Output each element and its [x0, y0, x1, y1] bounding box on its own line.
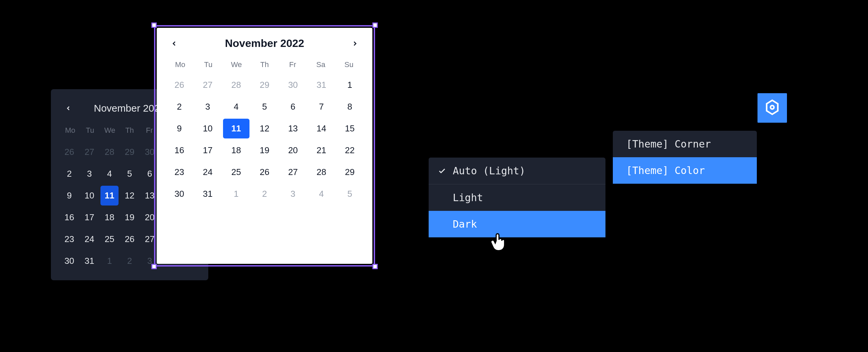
day-cell[interactable]: 27 — [280, 162, 306, 182]
day-cell[interactable]: 2 — [166, 97, 192, 117]
day-cell[interactable]: 18 — [100, 207, 119, 227]
day-cell[interactable]: 2 — [251, 184, 278, 204]
day-of-week-header: We — [100, 123, 120, 138]
day-cell[interactable]: 17 — [194, 141, 221, 160]
day-of-week-header: Tu — [80, 123, 100, 138]
day-cell[interactable]: 15 — [337, 119, 363, 139]
day-cell[interactable]: 14 — [308, 119, 335, 139]
day-cell[interactable]: 1 — [223, 184, 249, 204]
day-cell[interactable]: 6 — [280, 97, 306, 117]
day-cell[interactable]: 8 — [337, 97, 363, 117]
day-cell[interactable]: 16 — [60, 207, 79, 227]
day-cell[interactable]: 26 — [166, 75, 192, 95]
day-of-week-header: Su — [335, 58, 363, 72]
day-cell[interactable]: 28 — [223, 75, 249, 95]
menu-item-label: Light — [453, 192, 483, 204]
day-cell[interactable]: 11 — [100, 186, 119, 205]
day-cell[interactable]: 7 — [308, 97, 335, 117]
day-cell[interactable]: 23 — [60, 229, 79, 249]
day-cell[interactable]: 26 — [60, 142, 79, 162]
day-cell[interactable]: 2 — [60, 164, 79, 184]
day-cell[interactable]: 27 — [194, 75, 221, 95]
theme-mode-option[interactable]: Auto (Light) — [429, 157, 606, 184]
check-icon — [438, 167, 446, 175]
svg-point-1 — [771, 106, 774, 109]
menu-item-label: [Theme] Corner — [626, 138, 711, 150]
selection-handle-bl[interactable] — [151, 264, 157, 269]
day-cell[interactable]: 9 — [60, 186, 79, 205]
day-cell[interactable]: 18 — [223, 141, 249, 160]
day-cell[interactable]: 1 — [100, 251, 119, 271]
selection-handle-tr[interactable] — [372, 23, 378, 28]
day-cell[interactable]: 24 — [81, 229, 98, 249]
day-cell[interactable]: 12 — [121, 186, 138, 205]
hexagon-icon — [764, 99, 781, 117]
day-cell[interactable]: 3 — [81, 164, 98, 184]
day-cell[interactable]: 23 — [166, 162, 192, 182]
theme-mode-menu: Auto (Light)LightDark — [429, 157, 606, 237]
day-cell[interactable]: 29 — [337, 162, 363, 182]
calendar-light: November 2022 MoTuWeThFrSaSu 26272829303… — [157, 28, 372, 264]
day-cell[interactable]: 22 — [337, 141, 363, 160]
day-cell[interactable]: 25 — [223, 162, 249, 182]
selection-handle-tl[interactable] — [151, 23, 157, 28]
day-cell[interactable]: 19 — [121, 207, 138, 227]
day-cell[interactable]: 13 — [280, 119, 306, 139]
day-cell[interactable]: 11 — [223, 119, 249, 139]
day-of-week-header: Fr — [279, 58, 307, 72]
day-cell[interactable]: 29 — [251, 75, 278, 95]
variant-button[interactable] — [757, 93, 787, 123]
day-cell[interactable]: 5 — [251, 97, 278, 117]
day-cell[interactable]: 28 — [308, 162, 335, 182]
day-cell[interactable]: 2 — [121, 251, 138, 271]
theme-property-menu: [Theme] Corner[Theme] Color — [613, 131, 757, 184]
day-cell[interactable]: 9 — [166, 119, 192, 139]
day-cell[interactable]: 4 — [223, 97, 249, 117]
day-cell[interactable]: 21 — [308, 141, 335, 160]
day-cell[interactable]: 4 — [308, 184, 335, 204]
day-cell[interactable]: 31 — [81, 251, 98, 271]
day-cell[interactable]: 16 — [166, 141, 192, 160]
prev-month-button[interactable] — [169, 38, 180, 49]
day-of-week-header: We — [222, 58, 250, 72]
day-cell[interactable]: 5 — [337, 184, 363, 204]
day-of-week-header: Mo — [60, 123, 80, 138]
day-cell[interactable]: 29 — [121, 142, 138, 162]
prev-month-button[interactable] — [63, 103, 74, 114]
day-cell[interactable]: 26 — [121, 229, 138, 249]
day-cell[interactable]: 24 — [194, 162, 221, 182]
day-cell[interactable]: 30 — [60, 251, 79, 271]
day-cell[interactable]: 26 — [251, 162, 278, 182]
next-month-button[interactable] — [350, 38, 360, 49]
day-cell[interactable]: 3 — [280, 184, 306, 204]
day-cell[interactable]: 25 — [100, 229, 119, 249]
day-cell[interactable]: 31 — [194, 184, 221, 204]
theme-mode-option[interactable]: Light — [429, 184, 606, 211]
day-cell[interactable]: 1 — [337, 75, 363, 95]
theme-mode-option[interactable]: Dark — [429, 211, 606, 237]
day-cell[interactable]: 30 — [280, 75, 306, 95]
day-of-week-header: Tu — [194, 58, 222, 72]
day-cell[interactable]: 12 — [251, 119, 278, 139]
day-cell[interactable]: 4 — [100, 164, 119, 184]
svg-marker-0 — [767, 100, 778, 114]
day-cell[interactable]: 30 — [166, 184, 192, 204]
day-cell[interactable]: 5 — [121, 164, 138, 184]
day-of-week-header: Mo — [166, 58, 194, 72]
day-cell[interactable]: 17 — [81, 207, 98, 227]
day-cell[interactable]: 31 — [308, 75, 335, 95]
theme-property-option[interactable]: [Theme] Color — [613, 157, 757, 184]
calendar-title: November 2022 — [225, 37, 304, 50]
menu-item-label: Dark — [453, 218, 477, 230]
selection-handle-br[interactable] — [372, 264, 378, 269]
calendar-light-selection-frame[interactable]: November 2022 MoTuWeThFrSaSu 26272829303… — [154, 25, 375, 266]
day-of-week-header: Th — [120, 123, 139, 138]
day-cell[interactable]: 10 — [194, 119, 221, 139]
theme-property-option[interactable]: [Theme] Corner — [613, 131, 757, 157]
day-cell[interactable]: 19 — [251, 141, 278, 160]
day-cell[interactable]: 27 — [81, 142, 98, 162]
day-cell[interactable]: 28 — [100, 142, 119, 162]
day-cell[interactable]: 20 — [280, 141, 306, 160]
day-cell[interactable]: 3 — [194, 97, 221, 117]
day-cell[interactable]: 10 — [81, 186, 98, 205]
